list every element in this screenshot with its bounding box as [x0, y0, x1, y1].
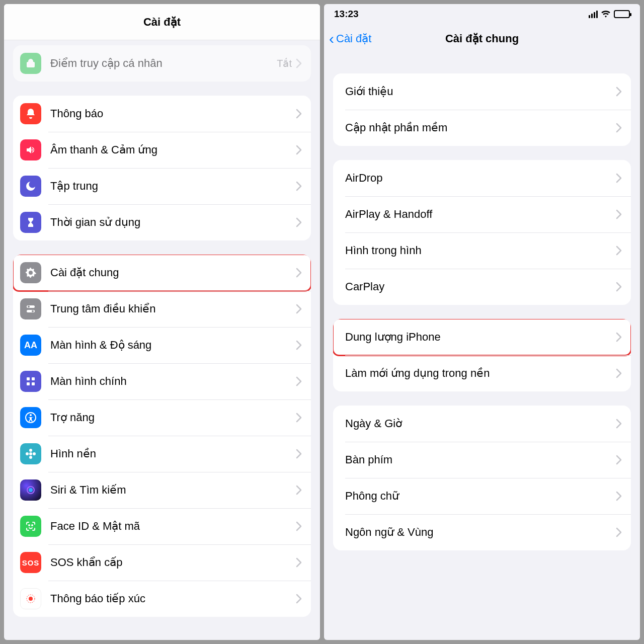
svg-point-12: [29, 456, 32, 459]
svg-point-13: [26, 452, 29, 455]
status-icons: [589, 9, 630, 19]
row-label: Siri & Tìm kiếm: [50, 484, 296, 497]
row-label: Dung lượng iPhone: [345, 331, 616, 344]
row-focus[interactable]: Tập trung: [13, 168, 311, 204]
row-label: Hình nền: [50, 447, 296, 460]
chevron-right-icon: [296, 557, 302, 568]
chevron-right-icon: [616, 87, 622, 97]
general-list[interactable]: Giới thiệu Cập nhật phần mềm AirDrop Air…: [324, 53, 640, 640]
row-label: Thông báo: [50, 107, 296, 120]
svg-point-2: [28, 306, 30, 308]
page-title: Cài đặt: [4, 4, 320, 40]
row-datetime[interactable]: Ngày & Giờ: [333, 406, 631, 442]
row-label: Thời gian sử dụng: [50, 216, 296, 229]
battery-icon: [614, 10, 630, 18]
row-label: Hình trong hình: [345, 244, 616, 257]
grid-icon: [20, 371, 41, 392]
chevron-right-icon: [296, 485, 302, 495]
chevron-right-icon: [616, 491, 622, 501]
svg-point-14: [33, 452, 36, 455]
chevron-right-icon: [296, 181, 302, 191]
svg-rect-6: [27, 382, 30, 385]
row-label: CarPlay: [345, 280, 616, 293]
bell-icon: [20, 103, 41, 124]
chevron-right-icon: [616, 368, 622, 378]
row-language[interactable]: Ngôn ngữ & Vùng: [333, 514, 631, 550]
switches-icon: [20, 298, 41, 319]
wifi-icon: [601, 9, 611, 19]
chevron-right-icon: [616, 419, 622, 429]
svg-point-11: [29, 449, 32, 452]
back-label: Cài đặt: [336, 32, 371, 45]
row-accessibility[interactable]: Trợ năng: [13, 399, 311, 436]
settings-screen: Cài đặt Điểm truy cập cá nhân Tắt: [4, 4, 320, 640]
row-carplay[interactable]: CarPlay: [333, 269, 631, 305]
chevron-right-icon: [296, 58, 302, 68]
back-button[interactable]: ‹ Cài đặt: [329, 31, 371, 46]
row-label: Âm thanh & Cảm ứng: [50, 143, 296, 156]
chevron-right-icon: [296, 109, 302, 119]
row-fonts[interactable]: Phông chữ: [333, 478, 631, 514]
speaker-icon: [20, 139, 41, 160]
moon-icon: [20, 176, 41, 197]
row-exposure[interactable]: Thông báo tiếp xúc: [13, 581, 311, 617]
chevron-right-icon: [296, 304, 302, 314]
row-homescreen[interactable]: Màn hình chính: [13, 363, 311, 399]
svg-point-18: [32, 525, 33, 526]
faceid-icon: [20, 516, 41, 537]
status-bar: 13:23: [324, 4, 640, 24]
row-label: Bàn phím: [345, 453, 616, 466]
row-label: Giới thiệu: [345, 85, 616, 98]
row-keyboard[interactable]: Bàn phím: [333, 442, 631, 478]
chevron-right-icon: [296, 449, 302, 459]
row-general[interactable]: Cài đặt chung: [13, 255, 311, 291]
chevron-right-icon: [616, 527, 622, 537]
chevron-right-icon: [616, 173, 622, 183]
row-display[interactable]: AA Màn hình & Độ sáng: [13, 327, 311, 363]
row-label: Màn hình & Độ sáng: [50, 339, 296, 352]
svg-point-17: [29, 525, 30, 526]
svg-point-9: [30, 414, 32, 416]
svg-point-3: [32, 310, 34, 312]
row-siri[interactable]: Siri & Tìm kiếm: [13, 472, 311, 508]
general-settings-screen: 13:23 ‹ Cài đặt Cài đặt chung Giới thiệu: [324, 4, 640, 640]
row-label: Tập trung: [50, 180, 296, 193]
chevron-right-icon: [296, 268, 302, 278]
row-label: Face ID & Mật mã: [50, 520, 296, 533]
row-about[interactable]: Giới thiệu: [333, 73, 631, 110]
svg-point-19: [29, 597, 33, 601]
siri-icon: [20, 479, 41, 501]
chevron-right-icon: [296, 376, 302, 386]
group-notifications: Thông báo Âm thanh & Cảm ứng Tập trung: [13, 96, 311, 240]
row-bg-app-refresh[interactable]: Làm mới ứng dụng trong nền: [333, 355, 631, 391]
row-label: Ngày & Giờ: [345, 417, 616, 430]
row-airdrop[interactable]: AirDrop: [333, 160, 631, 196]
row-iphone-storage[interactable]: Dung lượng iPhone: [333, 319, 631, 355]
row-controlcenter[interactable]: Trung tâm điều khiển: [13, 291, 311, 327]
row-sounds[interactable]: Âm thanh & Cảm ứng: [13, 132, 311, 168]
row-airplay[interactable]: AirPlay & Handoff: [333, 196, 631, 232]
row-screentime[interactable]: Thời gian sử dụng: [13, 204, 311, 240]
row-hotspot[interactable]: Điểm truy cập cá nhân Tắt: [13, 45, 311, 82]
row-software-update[interactable]: Cập nhật phần mềm: [333, 110, 631, 146]
row-label: AirPlay & Handoff: [345, 208, 616, 221]
flower-icon: [20, 443, 41, 464]
group-datetime: Ngày & Giờ Bàn phím Phông chữ Ngôn ngữ &…: [333, 406, 631, 550]
row-label: Trợ năng: [50, 411, 296, 424]
row-pip[interactable]: Hình trong hình: [333, 232, 631, 269]
group-airdrop: AirDrop AirPlay & Handoff Hình trong hìn…: [333, 160, 631, 305]
settings-list[interactable]: Điểm truy cập cá nhân Tắt Thông báo: [4, 40, 320, 640]
row-label: Thông báo tiếp xúc: [50, 592, 296, 605]
row-sos[interactable]: SOS SOS khẩn cấp: [13, 544, 311, 581]
chevron-right-icon: [616, 209, 622, 219]
cellular-icon: [589, 11, 598, 18]
nav-bar: ‹ Cài đặt Cài đặt chung: [324, 24, 640, 53]
chevron-right-icon: [616, 123, 622, 133]
row-wallpaper[interactable]: Hình nền: [13, 436, 311, 472]
row-label: Phông chữ: [345, 490, 616, 503]
svg-rect-5: [32, 377, 35, 380]
chevron-right-icon: [296, 145, 302, 155]
chevron-right-icon: [616, 455, 622, 465]
row-faceid[interactable]: Face ID & Mật mã: [13, 508, 311, 544]
row-notifications[interactable]: Thông báo: [13, 96, 311, 132]
